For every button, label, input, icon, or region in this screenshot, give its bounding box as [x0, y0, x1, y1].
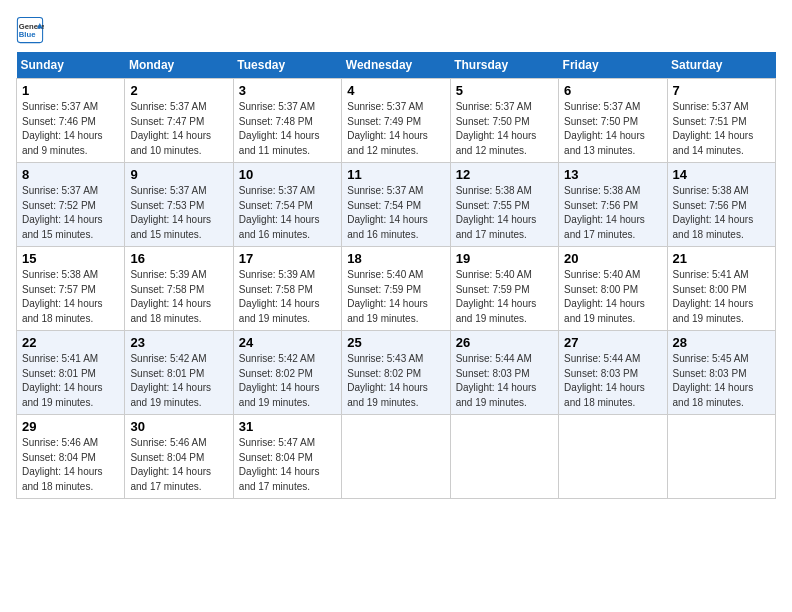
- day-detail: Sunrise: 5:41 AMSunset: 8:00 PMDaylight:…: [673, 268, 770, 326]
- day-detail: Sunrise: 5:38 AMSunset: 7:57 PMDaylight:…: [22, 268, 119, 326]
- day-number: 14: [673, 167, 770, 182]
- calendar-cell: 21Sunrise: 5:41 AMSunset: 8:00 PMDayligh…: [667, 247, 775, 331]
- weekday-header-saturday: Saturday: [667, 52, 775, 79]
- day-detail: Sunrise: 5:46 AMSunset: 8:04 PMDaylight:…: [22, 436, 119, 494]
- day-detail: Sunrise: 5:37 AMSunset: 7:50 PMDaylight:…: [564, 100, 661, 158]
- calendar-cell: 2Sunrise: 5:37 AMSunset: 7:47 PMDaylight…: [125, 79, 233, 163]
- day-detail: Sunrise: 5:37 AMSunset: 7:47 PMDaylight:…: [130, 100, 227, 158]
- day-detail: Sunrise: 5:39 AMSunset: 7:58 PMDaylight:…: [239, 268, 336, 326]
- day-number: 11: [347, 167, 444, 182]
- page-header: General Blue: [16, 16, 776, 44]
- calendar-cell: 11Sunrise: 5:37 AMSunset: 7:54 PMDayligh…: [342, 163, 450, 247]
- calendar-cell: 5Sunrise: 5:37 AMSunset: 7:50 PMDaylight…: [450, 79, 558, 163]
- day-number: 1: [22, 83, 119, 98]
- weekday-header-monday: Monday: [125, 52, 233, 79]
- day-detail: Sunrise: 5:37 AMSunset: 7:49 PMDaylight:…: [347, 100, 444, 158]
- logo-icon: General Blue: [16, 16, 44, 44]
- day-number: 6: [564, 83, 661, 98]
- calendar-cell: 22Sunrise: 5:41 AMSunset: 8:01 PMDayligh…: [17, 331, 125, 415]
- day-number: 28: [673, 335, 770, 350]
- day-detail: Sunrise: 5:39 AMSunset: 7:58 PMDaylight:…: [130, 268, 227, 326]
- day-number: 29: [22, 419, 119, 434]
- day-detail: Sunrise: 5:46 AMSunset: 8:04 PMDaylight:…: [130, 436, 227, 494]
- day-number: 23: [130, 335, 227, 350]
- day-detail: Sunrise: 5:41 AMSunset: 8:01 PMDaylight:…: [22, 352, 119, 410]
- day-detail: Sunrise: 5:45 AMSunset: 8:03 PMDaylight:…: [673, 352, 770, 410]
- day-detail: Sunrise: 5:42 AMSunset: 8:01 PMDaylight:…: [130, 352, 227, 410]
- day-detail: Sunrise: 5:37 AMSunset: 7:51 PMDaylight:…: [673, 100, 770, 158]
- calendar-cell: 23Sunrise: 5:42 AMSunset: 8:01 PMDayligh…: [125, 331, 233, 415]
- calendar-cell: 9Sunrise: 5:37 AMSunset: 7:53 PMDaylight…: [125, 163, 233, 247]
- day-number: 8: [22, 167, 119, 182]
- day-number: 17: [239, 251, 336, 266]
- day-detail: Sunrise: 5:38 AMSunset: 7:56 PMDaylight:…: [673, 184, 770, 242]
- day-number: 19: [456, 251, 553, 266]
- calendar-cell: 30Sunrise: 5:46 AMSunset: 8:04 PMDayligh…: [125, 415, 233, 499]
- calendar-cell: 16Sunrise: 5:39 AMSunset: 7:58 PMDayligh…: [125, 247, 233, 331]
- calendar-cell: 15Sunrise: 5:38 AMSunset: 7:57 PMDayligh…: [17, 247, 125, 331]
- calendar-cell: 13Sunrise: 5:38 AMSunset: 7:56 PMDayligh…: [559, 163, 667, 247]
- day-number: 20: [564, 251, 661, 266]
- day-number: 22: [22, 335, 119, 350]
- day-detail: Sunrise: 5:40 AMSunset: 8:00 PMDaylight:…: [564, 268, 661, 326]
- day-detail: Sunrise: 5:37 AMSunset: 7:53 PMDaylight:…: [130, 184, 227, 242]
- day-number: 26: [456, 335, 553, 350]
- day-detail: Sunrise: 5:38 AMSunset: 7:56 PMDaylight:…: [564, 184, 661, 242]
- calendar-cell: 12Sunrise: 5:38 AMSunset: 7:55 PMDayligh…: [450, 163, 558, 247]
- calendar-cell: 29Sunrise: 5:46 AMSunset: 8:04 PMDayligh…: [17, 415, 125, 499]
- day-detail: Sunrise: 5:44 AMSunset: 8:03 PMDaylight:…: [456, 352, 553, 410]
- calendar-cell: 31Sunrise: 5:47 AMSunset: 8:04 PMDayligh…: [233, 415, 341, 499]
- calendar-cell: 27Sunrise: 5:44 AMSunset: 8:03 PMDayligh…: [559, 331, 667, 415]
- day-detail: Sunrise: 5:40 AMSunset: 7:59 PMDaylight:…: [347, 268, 444, 326]
- weekday-header-sunday: Sunday: [17, 52, 125, 79]
- day-detail: Sunrise: 5:47 AMSunset: 8:04 PMDaylight:…: [239, 436, 336, 494]
- calendar-cell: 14Sunrise: 5:38 AMSunset: 7:56 PMDayligh…: [667, 163, 775, 247]
- calendar-cell: 19Sunrise: 5:40 AMSunset: 7:59 PMDayligh…: [450, 247, 558, 331]
- calendar-cell: 28Sunrise: 5:45 AMSunset: 8:03 PMDayligh…: [667, 331, 775, 415]
- day-number: 15: [22, 251, 119, 266]
- svg-text:Blue: Blue: [19, 30, 36, 39]
- day-number: 16: [130, 251, 227, 266]
- calendar-cell: [667, 415, 775, 499]
- day-number: 31: [239, 419, 336, 434]
- day-number: 18: [347, 251, 444, 266]
- day-number: 5: [456, 83, 553, 98]
- calendar-cell: 25Sunrise: 5:43 AMSunset: 8:02 PMDayligh…: [342, 331, 450, 415]
- day-number: 12: [456, 167, 553, 182]
- calendar-cell: 20Sunrise: 5:40 AMSunset: 8:00 PMDayligh…: [559, 247, 667, 331]
- day-detail: Sunrise: 5:43 AMSunset: 8:02 PMDaylight:…: [347, 352, 444, 410]
- day-detail: Sunrise: 5:40 AMSunset: 7:59 PMDaylight:…: [456, 268, 553, 326]
- day-detail: Sunrise: 5:42 AMSunset: 8:02 PMDaylight:…: [239, 352, 336, 410]
- day-detail: Sunrise: 5:38 AMSunset: 7:55 PMDaylight:…: [456, 184, 553, 242]
- day-number: 24: [239, 335, 336, 350]
- day-number: 25: [347, 335, 444, 350]
- calendar-cell: 7Sunrise: 5:37 AMSunset: 7:51 PMDaylight…: [667, 79, 775, 163]
- day-number: 3: [239, 83, 336, 98]
- day-detail: Sunrise: 5:37 AMSunset: 7:46 PMDaylight:…: [22, 100, 119, 158]
- day-number: 10: [239, 167, 336, 182]
- day-detail: Sunrise: 5:37 AMSunset: 7:52 PMDaylight:…: [22, 184, 119, 242]
- calendar-cell: 26Sunrise: 5:44 AMSunset: 8:03 PMDayligh…: [450, 331, 558, 415]
- calendar-cell: 10Sunrise: 5:37 AMSunset: 7:54 PMDayligh…: [233, 163, 341, 247]
- day-detail: Sunrise: 5:37 AMSunset: 7:54 PMDaylight:…: [239, 184, 336, 242]
- day-number: 21: [673, 251, 770, 266]
- weekday-header-wednesday: Wednesday: [342, 52, 450, 79]
- calendar-cell: [450, 415, 558, 499]
- weekday-header-friday: Friday: [559, 52, 667, 79]
- calendar-table: SundayMondayTuesdayWednesdayThursdayFrid…: [16, 52, 776, 499]
- day-detail: Sunrise: 5:37 AMSunset: 7:54 PMDaylight:…: [347, 184, 444, 242]
- calendar-cell: 8Sunrise: 5:37 AMSunset: 7:52 PMDaylight…: [17, 163, 125, 247]
- calendar-cell: 24Sunrise: 5:42 AMSunset: 8:02 PMDayligh…: [233, 331, 341, 415]
- calendar-cell: 4Sunrise: 5:37 AMSunset: 7:49 PMDaylight…: [342, 79, 450, 163]
- weekday-header-tuesday: Tuesday: [233, 52, 341, 79]
- day-number: 7: [673, 83, 770, 98]
- calendar-cell: 18Sunrise: 5:40 AMSunset: 7:59 PMDayligh…: [342, 247, 450, 331]
- day-detail: Sunrise: 5:37 AMSunset: 7:48 PMDaylight:…: [239, 100, 336, 158]
- day-detail: Sunrise: 5:37 AMSunset: 7:50 PMDaylight:…: [456, 100, 553, 158]
- calendar-cell: [559, 415, 667, 499]
- calendar-cell: 3Sunrise: 5:37 AMSunset: 7:48 PMDaylight…: [233, 79, 341, 163]
- day-number: 30: [130, 419, 227, 434]
- day-number: 4: [347, 83, 444, 98]
- day-number: 9: [130, 167, 227, 182]
- calendar-cell: 17Sunrise: 5:39 AMSunset: 7:58 PMDayligh…: [233, 247, 341, 331]
